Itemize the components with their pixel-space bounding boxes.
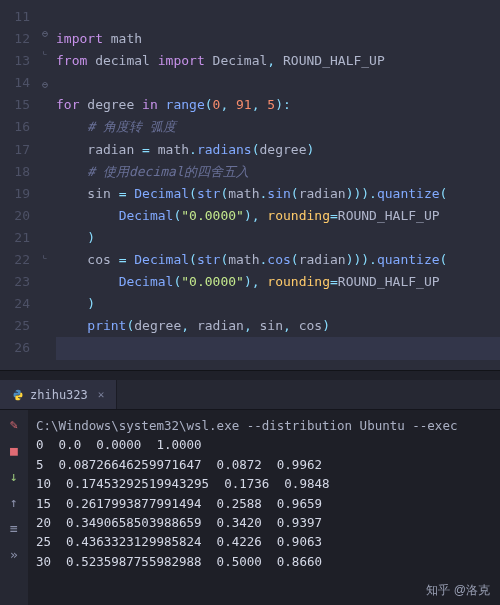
line-number: 25: [4, 315, 30, 337]
fold-marker[interactable]: [38, 142, 52, 159]
line-number: 15: [4, 94, 30, 116]
console-output[interactable]: C:\Windows\system32\wsl.exe --distributi…: [28, 410, 500, 605]
fold-marker[interactable]: ⌞: [38, 244, 52, 261]
fold-marker[interactable]: ⌞: [38, 40, 52, 57]
code-line[interactable]: import math: [56, 28, 500, 50]
close-icon[interactable]: ✕: [98, 388, 105, 401]
code-line[interactable]: radian = math.radians(degree): [56, 139, 500, 161]
line-number: 21: [4, 227, 30, 249]
line-number: 12: [4, 28, 30, 50]
console-command: C:\Windows\system32\wsl.exe --distributi…: [36, 416, 492, 435]
fold-marker[interactable]: [38, 57, 52, 74]
fold-marker[interactable]: [38, 227, 52, 244]
pane-divider[interactable]: [0, 370, 500, 380]
code-line[interactable]: for degree in range(0, 91, 5):: [56, 94, 500, 116]
watermark: 知乎 @洛克: [426, 582, 490, 599]
console-row: 25 0.4363323129985824 0.4226 0.9063: [36, 532, 492, 551]
fold-marker[interactable]: [38, 261, 52, 278]
fold-marker[interactable]: ⊖: [38, 74, 52, 91]
console-toolbar: ✎ ■ ↓ ↑ ≡ »: [0, 410, 28, 605]
code-line[interactable]: [56, 72, 500, 94]
code-line[interactable]: print(degree, radian, sin, cos): [56, 315, 500, 337]
code-line[interactable]: ): [56, 293, 500, 315]
stop-icon[interactable]: ■: [6, 442, 22, 458]
console-body: ✎ ■ ↓ ↑ ≡ » C:\Windows\system32\wsl.exe …: [0, 410, 500, 605]
line-number: 14: [4, 72, 30, 94]
line-number: 24: [4, 293, 30, 315]
code-line[interactable]: cos = Decimal(str(math.cos(radian))).qua…: [56, 249, 500, 271]
line-number: 16: [4, 116, 30, 138]
line-number: 18: [4, 161, 30, 183]
console-row: 20 0.3490658503988659 0.3420 0.9397: [36, 513, 492, 532]
line-number: 20: [4, 205, 30, 227]
fold-marker[interactable]: [38, 108, 52, 125]
code-line[interactable]: [56, 6, 500, 28]
code-editor[interactable]: 11121314151617181920212223242526 ⊖⌞ ⊖ ⌞ …: [0, 0, 500, 370]
fold-marker[interactable]: [38, 91, 52, 108]
code-line[interactable]: from decimal import Decimal, ROUND_HALF_…: [56, 50, 500, 72]
fold-marker[interactable]: ⊖: [38, 23, 52, 40]
console-row: 0 0.0 0.0000 1.0000: [36, 435, 492, 454]
console-row: 5 0.08726646259971647 0.0872 0.9962: [36, 455, 492, 474]
fold-marker[interactable]: [38, 210, 52, 227]
code-line[interactable]: # 使用decimal的四舍五入: [56, 161, 500, 183]
rerun-icon[interactable]: ✎: [6, 416, 22, 432]
down-icon[interactable]: ↓: [6, 468, 22, 484]
line-number: 19: [4, 183, 30, 205]
line-number: 22: [4, 249, 30, 271]
scroll-icon[interactable]: »: [6, 546, 22, 562]
run-tab-label: zhihu323: [30, 388, 88, 402]
code-line[interactable]: Decimal("0.0000"), rounding=ROUND_HALF_U…: [56, 271, 500, 293]
code-line[interactable]: [56, 337, 500, 359]
code-line[interactable]: Decimal("0.0000"), rounding=ROUND_HALF_U…: [56, 205, 500, 227]
fold-marker[interactable]: [38, 125, 52, 142]
console-row: 30 0.5235987755982988 0.5000 0.8660: [36, 552, 492, 571]
run-tab[interactable]: zhihu323 ✕: [0, 380, 117, 409]
console-tabbar: zhihu323 ✕: [0, 380, 500, 410]
console-row: 15 0.2617993877991494 0.2588 0.9659: [36, 494, 492, 513]
line-number: 11: [4, 6, 30, 28]
run-tool-window: zhihu323 ✕ ✎ ■ ↓ ↑ ≡ » C:\Windows\system…: [0, 380, 500, 605]
fold-marker[interactable]: [38, 193, 52, 210]
line-number: 17: [4, 139, 30, 161]
fold-marker[interactable]: [38, 176, 52, 193]
code-line[interactable]: sin = Decimal(str(math.sin(radian))).qua…: [56, 183, 500, 205]
console-row: 10 0.17453292519943295 0.1736 0.9848: [36, 474, 492, 493]
line-number: 13: [4, 50, 30, 72]
fold-marker[interactable]: [38, 6, 52, 23]
up-icon[interactable]: ↑: [6, 494, 22, 510]
line-number: 23: [4, 271, 30, 293]
code-line[interactable]: # 角度转 弧度: [56, 116, 500, 138]
line-number-gutter: 11121314151617181920212223242526: [0, 0, 38, 370]
fold-marker[interactable]: [38, 159, 52, 176]
line-number: 26: [4, 337, 30, 359]
code-area[interactable]: import mathfrom decimal import Decimal, …: [52, 0, 500, 370]
fold-column[interactable]: ⊖⌞ ⊖ ⌞: [38, 0, 52, 370]
python-icon: [12, 389, 24, 401]
code-line[interactable]: ): [56, 227, 500, 249]
soft-wrap-icon[interactable]: ≡: [6, 520, 22, 536]
